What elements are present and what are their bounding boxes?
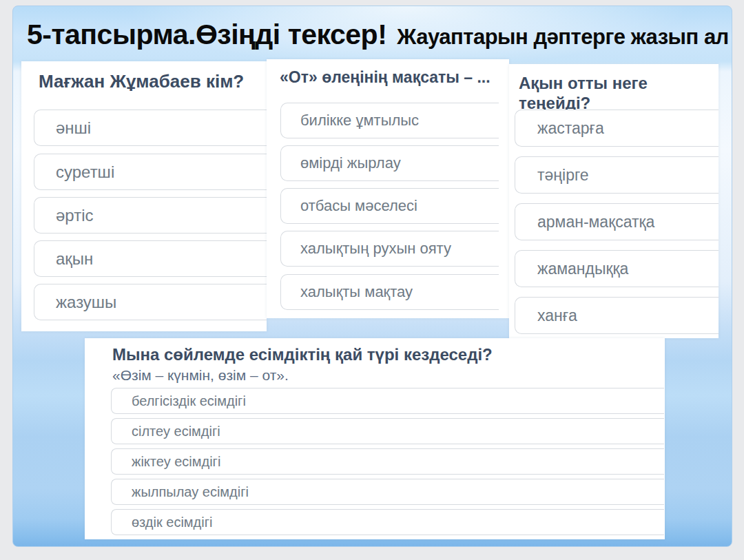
answer-option[interactable]: тәңірге	[515, 156, 719, 194]
answer-option[interactable]: халықтың рухын ояту	[280, 231, 499, 267]
answer-option[interactable]: жамандыққа	[515, 250, 719, 287]
page-title: 5-тапсырма.Өзіңді тексер! Жауаптарын дәп…	[27, 19, 723, 51]
answer-option[interactable]: әнші	[34, 110, 267, 146]
answer-option[interactable]: өмірді жырлау	[280, 145, 499, 181]
question-text: Ақын отты неге теңейді?	[519, 74, 719, 114]
quiz-panel-1: Мағжан Жұмабаев кім? әнші суретші әртіс …	[21, 61, 267, 331]
answer-option[interactable]: халықты мақтау	[280, 274, 499, 310]
question-text: Мына сөйлемде есімдіктің қай түрі кездес…	[112, 345, 493, 365]
answer-option[interactable]: арман-мақсатқа	[515, 203, 719, 240]
answer-option[interactable]: жылпылау есімдігі	[111, 479, 664, 505]
answer-option[interactable]: жіктеу есімдігі	[111, 448, 664, 475]
answer-option[interactable]: белгісіздік есімдігі	[111, 388, 664, 414]
title-main: 5-тапсырма.Өзіңді тексер!	[27, 19, 386, 51]
answer-option[interactable]: ханға	[515, 297, 719, 334]
quiz-panel-3: Ақын отты неге теңейді? жастарға тәңірге…	[509, 64, 719, 338]
quiz-panel-2: «От» өлеңінің мақсаты – ... билікке ұмты…	[267, 59, 509, 318]
answer-option[interactable]: өздік есімдігі	[111, 509, 664, 535]
answer-option[interactable]: ақын	[34, 240, 267, 277]
answer-option[interactable]: әртіс	[34, 197, 267, 234]
answer-option[interactable]: билікке ұмтылыс	[280, 103, 499, 138]
question-subtitle: «Өзім – күнмін, өзім – от».	[112, 367, 289, 384]
presentation-slide: 5-тапсырма.Өзіңді тексер! Жауаптарын дәп…	[12, 6, 732, 547]
answer-option[interactable]: сілтеу есімдігі	[111, 418, 664, 444]
question-text: Мағжан Жұмабаев кім?	[39, 71, 244, 92]
answer-option[interactable]: жазушы	[34, 284, 267, 320]
answer-option[interactable]: жастарға	[515, 110, 719, 147]
title-sub: Жауаптарын дәптерге жазып ал	[397, 25, 729, 50]
question-text: «От» өлеңінің мақсаты – ...	[280, 68, 490, 87]
quiz-panel-4: Мына сөйлемде есімдіктің қай түрі кездес…	[85, 338, 665, 539]
answer-option[interactable]: отбасы мәселесі	[280, 188, 499, 224]
screenshot-stage: 5-тапсырма.Өзіңді тексер! Жауаптарын дәп…	[0, 0, 744, 560]
answer-option[interactable]: суретші	[34, 154, 267, 190]
